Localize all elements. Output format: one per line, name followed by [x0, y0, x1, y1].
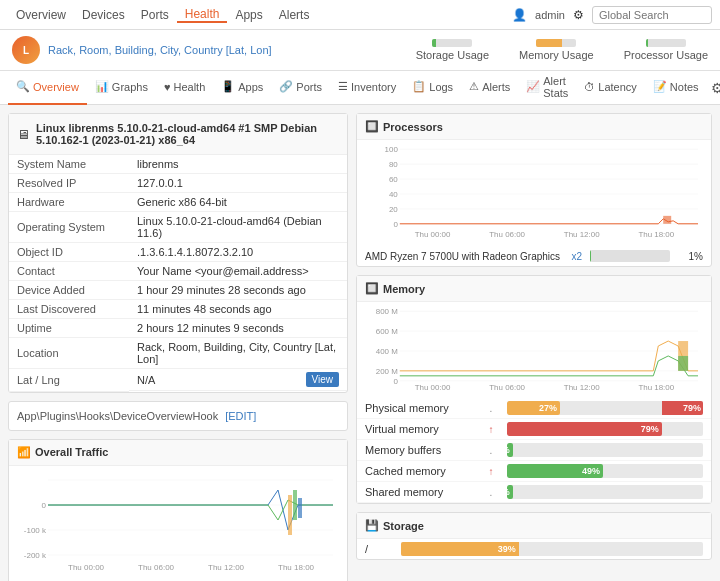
field-value: N/A View — [129, 369, 347, 391]
usage-indicators: Storage Usage Memory Usage Processor Usa… — [416, 39, 708, 61]
mem-cached-fill: 49% — [507, 464, 603, 478]
proc-bar-container — [590, 250, 670, 262]
svg-rect-30 — [663, 216, 671, 224]
traffic-card: 📶 Overall Traffic 0 -100 k -200 k Thu 00… — [8, 439, 348, 582]
hook-card: App\Plugins\Hooks\DeviceOverviewHook [ED… — [8, 401, 348, 431]
mem-cached-label: Cached memory — [365, 465, 475, 477]
storage-usage: Storage Usage — [416, 39, 489, 61]
tab-alert-stats[interactable]: 📈 Alert Stats — [518, 71, 576, 105]
svg-text:Thu 06:00: Thu 06:00 — [489, 230, 525, 239]
mem-buffers-label: Memory buffers — [365, 444, 475, 456]
storage-icon: 💾 — [365, 519, 379, 532]
field-label: Lat / Lng — [9, 369, 129, 392]
mem-shared-value: . — [481, 487, 501, 498]
settings-button[interactable]: ⚙ — [707, 78, 720, 98]
tab-logs[interactable]: 📋 Logs — [404, 71, 461, 105]
global-search[interactable] — [592, 6, 712, 24]
field-label: Hardware — [9, 193, 129, 212]
svg-text:Thu 12:00: Thu 12:00 — [564, 230, 600, 239]
proc-bar-fill — [590, 250, 591, 262]
table-row: Contact Your Name <your@email.address> — [9, 262, 347, 281]
tab-inventory[interactable]: ☰ Inventory — [330, 71, 404, 105]
svg-text:800 M: 800 M — [376, 307, 398, 316]
tab-ports[interactable]: 🔗 Ports — [271, 71, 330, 105]
processors-chart-svg: 100 80 60 40 20 0 Thu 00:00 Thu 06:00 Th… — [365, 144, 703, 239]
sec-nav-actions: ⚙ ⋮ — [707, 78, 720, 98]
tab-overview[interactable]: 🔍 Overview — [8, 71, 87, 105]
nav-devices[interactable]: Devices — [74, 8, 133, 22]
memory-card: 🔲 Memory 800 M 600 M 400 M 200 M 0 Thu 0… — [356, 275, 712, 504]
field-value: Linux 5.10.0-21-cloud-amd64 (Debian 11.6… — [129, 212, 347, 243]
mem-shared-bar: 3% — [507, 485, 703, 499]
svg-rect-12 — [293, 490, 297, 520]
svg-text:-200 k: -200 k — [24, 551, 47, 560]
hook-edit-link[interactable]: [EDIT] — [225, 410, 256, 422]
tab-graphs[interactable]: 📊 Graphs — [87, 71, 156, 105]
nav-overview[interactable]: Overview — [8, 8, 74, 22]
tab-alerts[interactable]: ⚠ Alerts — [461, 71, 518, 105]
mem-shared-label: Shared memory — [365, 486, 475, 498]
server-icon: 🖥 — [17, 127, 30, 142]
mem-virtual-bar: 79% — [507, 422, 703, 436]
traffic-title: Overall Traffic — [35, 446, 108, 458]
svg-rect-11 — [288, 495, 292, 535]
svg-text:Thu 18:00: Thu 18:00 — [638, 383, 674, 391]
svg-text:600 M: 600 M — [376, 327, 398, 336]
tab-notes[interactable]: 📝 Notes — [645, 71, 707, 105]
processor-usage-label: Processor Usage — [624, 49, 708, 61]
table-row: Uptime 2 hours 12 minutes 9 seconds — [9, 319, 347, 338]
cpu-icon: 🔲 — [365, 120, 379, 133]
ports-icon: 🔗 — [279, 80, 293, 93]
tab-latency[interactable]: ⏱ Latency — [576, 71, 645, 105]
field-value: .1.3.6.1.4.1.8072.3.2.10 — [129, 243, 347, 262]
tab-health[interactable]: ♥ Health — [156, 71, 213, 105]
svg-text:0: 0 — [393, 220, 398, 229]
table-row: Lat / Lng N/A View — [9, 369, 347, 392]
mem-buffers-value: . — [481, 445, 501, 456]
field-label: Contact — [9, 262, 129, 281]
user-icon: 👤 — [512, 8, 527, 22]
memory-physical-row: Physical memory . 27% 79% — [357, 398, 711, 419]
sysinfo-table: System Name librenms Resolved IP 127.0.0… — [9, 155, 347, 392]
hook-path: App\Plugins\Hooks\DeviceOverviewHook — [17, 410, 218, 422]
proc-percent: 1% — [678, 251, 703, 262]
traffic-chart: 0 -100 k -200 k Thu 00:00 Thu 06:00 Thu … — [9, 466, 347, 582]
memory-shared-row: Shared memory . 3% — [357, 482, 711, 503]
svg-text:Thu 12:00: Thu 12:00 — [208, 563, 245, 572]
mem-buffers-bar: 3% — [507, 443, 703, 457]
table-row: Last Discovered 11 minutes 48 seconds ag… — [9, 300, 347, 319]
field-value: 1 hour 29 minutes 28 seconds ago — [129, 281, 347, 300]
processors-header: 🔲 Processors — [357, 114, 711, 140]
traffic-header: 📶 Overall Traffic — [9, 440, 347, 466]
processors-chart: 100 80 60 40 20 0 Thu 00:00 Thu 06:00 Th… — [357, 140, 711, 246]
field-label: Resolved IP — [9, 174, 129, 193]
mem-cached-bar: 49% — [507, 464, 703, 478]
gear-icon[interactable]: ⚙ — [573, 8, 584, 22]
field-value: 11 minutes 48 seconds ago — [129, 300, 347, 319]
secondary-navigation: 🔍 Overview 📊 Graphs ♥ Health 📱 Apps 🔗 Po… — [0, 71, 720, 105]
svg-text:Thu 06:00: Thu 06:00 — [138, 563, 175, 572]
svg-text:Thu 06:00: Thu 06:00 — [489, 383, 525, 391]
mem-physical-value: . — [481, 403, 501, 414]
field-label: Device Added — [9, 281, 129, 300]
storage-root-bar: 39% — [401, 542, 703, 556]
storage-root-row: / 39% — [357, 539, 711, 559]
hook-section: App\Plugins\Hooks\DeviceOverviewHook [ED… — [9, 402, 347, 430]
mem-cached-value: ↑ — [481, 466, 501, 477]
nav-apps[interactable]: Apps — [227, 8, 270, 22]
memory-title: Memory — [383, 283, 425, 295]
nav-alerts[interactable]: Alerts — [271, 8, 318, 22]
health-icon: ♥ — [164, 81, 171, 93]
nav-health[interactable]: Health — [177, 7, 228, 23]
svg-text:Thu 12:00: Thu 12:00 — [564, 383, 600, 391]
storage-root-fill: 39% — [401, 542, 519, 556]
storage-root-label: / — [365, 543, 395, 555]
table-row: Device Added 1 hour 29 minutes 28 second… — [9, 281, 347, 300]
svg-text:40: 40 — [389, 190, 398, 199]
view-map-button[interactable]: View — [306, 372, 340, 387]
svg-rect-46 — [678, 356, 688, 371]
tab-apps[interactable]: 📱 Apps — [213, 71, 271, 105]
memory-chart-svg: 800 M 600 M 400 M 200 M 0 Thu 00:00 Thu … — [365, 306, 703, 391]
nav-ports[interactable]: Ports — [133, 8, 177, 22]
admin-label: admin — [535, 9, 565, 21]
